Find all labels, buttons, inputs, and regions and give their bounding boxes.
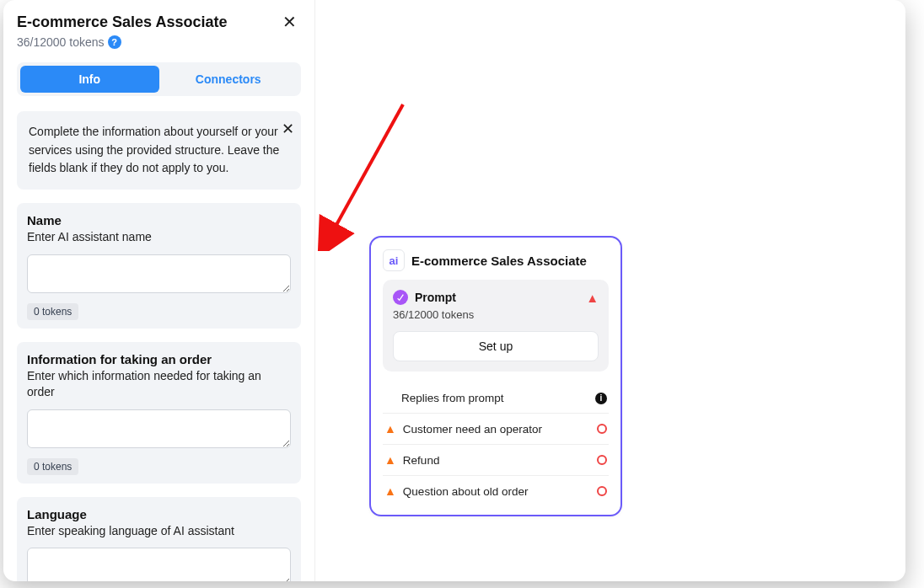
tab-connectors[interactable]: Connectors	[159, 66, 298, 93]
row-question-old-order[interactable]: ▲ Question about old order	[383, 475, 609, 506]
card-header: ai E-commerce Sales Associate	[383, 249, 609, 271]
prompt-tokens: 36/12000 tokens	[393, 308, 599, 321]
row-label: Customer need an operator	[403, 423, 542, 436]
close-icon: ✕	[282, 12, 297, 32]
assistant-card[interactable]: ai E-commerce Sales Associate Prompt ▲ 3…	[369, 236, 622, 516]
row-customer-need-operator[interactable]: ▲ Customer need an operator	[383, 413, 609, 444]
card-rows: Replies from prompt i ▲ Customer need an…	[383, 383, 609, 506]
field-language: Language Enter speaking language of AI a…	[17, 497, 301, 581]
token-count-text: 36/12000 tokens	[17, 35, 105, 49]
connector-ring-icon[interactable]	[597, 486, 607, 496]
prompt-icon	[393, 290, 408, 305]
warning-icon: ▲	[384, 422, 396, 436]
token-chip: 0 tokens	[27, 458, 78, 475]
banner-close-button[interactable]: ✕	[282, 120, 294, 138]
field-order-info: Information for taking an order Enter wh…	[17, 342, 301, 484]
field-name: Name Enter AI assistant name 0 tokens	[17, 203, 301, 329]
warning-icon: ▲	[384, 484, 396, 498]
arrow-annotation	[317, 99, 410, 251]
card-title: E-commerce Sales Associate	[411, 254, 587, 268]
info-icon: i	[595, 393, 607, 404]
language-input[interactable]	[27, 548, 291, 581]
row-refund[interactable]: ▲ Refund	[383, 444, 609, 475]
field-title: Language	[27, 507, 291, 521]
row-label: Replies from prompt	[401, 392, 504, 404]
info-banner-text: Complete the information about yourself …	[29, 125, 279, 174]
help-icon[interactable]: ?	[108, 35, 121, 49]
field-subtitle: Enter speaking language of AI assistant	[27, 523, 291, 540]
connector-ring-icon[interactable]	[597, 424, 607, 434]
setup-button[interactable]: Set up	[393, 331, 599, 361]
warning-icon: ▲	[384, 453, 396, 467]
name-input[interactable]	[27, 254, 291, 293]
close-icon: ✕	[282, 120, 294, 137]
canvas-area: ai E-commerce Sales Associate Prompt ▲ 3…	[315, 0, 905, 581]
app-window: E-commerce Sales Associate ✕ 36/12000 to…	[3, 0, 905, 581]
info-banner: Complete the information about yourself …	[17, 111, 301, 190]
token-count: 36/12000 tokens ?	[17, 35, 301, 49]
field-title: Name	[27, 213, 291, 227]
row-label: Question about old order	[403, 485, 529, 498]
field-subtitle: Enter AI assistant name	[27, 229, 291, 246]
ai-icon: ai	[383, 249, 405, 271]
row-label: Refund	[403, 454, 440, 467]
close-panel-button[interactable]: ✕	[277, 10, 301, 34]
tab-info[interactable]: Info	[20, 66, 159, 93]
prompt-label: Prompt	[415, 291, 456, 304]
row-replies-from-prompt[interactable]: Replies from prompt i	[383, 383, 609, 413]
token-chip: 0 tokens	[27, 303, 78, 320]
sidebar-header: E-commerce Sales Associate ✕ 36/12000 to…	[3, 0, 314, 52]
connector-ring-icon[interactable]	[597, 455, 607, 465]
warning-icon: ▲	[586, 291, 599, 305]
field-subtitle: Enter which information needed for takin…	[27, 368, 291, 401]
sidebar-title: E-commerce Sales Associate	[17, 13, 227, 31]
prompt-box: Prompt ▲ 36/12000 tokens Set up	[383, 280, 609, 372]
order-info-input[interactable]	[27, 409, 291, 448]
field-title: Information for taking an order	[27, 352, 291, 366]
svg-line-0	[332, 104, 403, 233]
sidebar: E-commerce Sales Associate ✕ 36/12000 to…	[3, 0, 315, 581]
sidebar-tabs: Info Connectors	[17, 62, 301, 96]
